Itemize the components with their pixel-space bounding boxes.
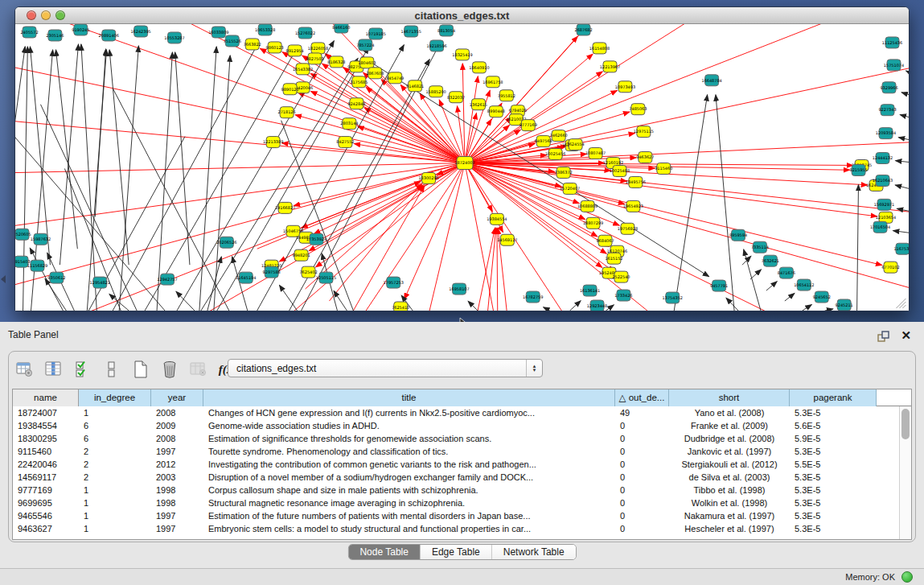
minimize-traffic-light[interactable] [41, 10, 51, 20]
tab-edge-table[interactable]: Edge Table [421, 545, 492, 559]
graph-edge[interactable] [309, 163, 465, 251]
graph-edge[interactable] [570, 301, 581, 311]
graph-edge[interactable] [316, 163, 465, 267]
column-header-in_degree[interactable]: in_degree [79, 389, 151, 406]
graph-edge[interactable] [15, 32, 465, 163]
graph-edge[interactable] [716, 95, 734, 311]
graph-edge[interactable] [295, 115, 465, 163]
graph-edge[interactable] [895, 161, 909, 163]
graph-edge[interactable] [742, 256, 751, 265]
graph-edge[interactable] [750, 270, 762, 279]
window-titlebar[interactable]: citations_edges.txt [15, 7, 909, 24]
column-header-title[interactable]: title [203, 389, 615, 406]
table-row[interactable]: 1456911722003Disruption of a novel membe… [13, 471, 899, 484]
close-traffic-light[interactable] [27, 10, 36, 20]
graph-edge[interactable] [544, 307, 550, 311]
graph-node-label: 9215955 [850, 167, 868, 172]
graph-edge[interactable] [15, 163, 465, 177]
graph-edge[interactable] [465, 113, 476, 163]
table-row[interactable]: 1938455462009Genome-wide association stu… [13, 419, 899, 432]
table-row[interactable]: 1830029562008Estimation of significance … [13, 432, 899, 445]
new-column-icon[interactable] [131, 360, 150, 379]
graph-edge[interactable] [109, 50, 129, 265]
table-mode-icon[interactable] [102, 360, 121, 379]
table-row[interactable]: 1872400712008Changes of HCN gene express… [13, 406, 899, 419]
graph-edge[interactable] [214, 56, 230, 311]
column-header-pagerank[interactable]: pagerank [790, 389, 877, 406]
graph-edge[interactable] [898, 138, 909, 140]
graph-edge[interactable] [825, 309, 833, 311]
graph-edge[interactable] [674, 95, 707, 311]
graph-edge[interactable] [55, 50, 77, 249]
graph-edge[interactable] [279, 285, 297, 311]
network-canvas[interactable]: 1872400718300295193845549860123891295418… [15, 24, 909, 311]
graph-edge[interactable] [119, 46, 138, 311]
graph-edge[interactable] [465, 163, 909, 306]
table-row[interactable]: 969969511998Structural magnetic resonanc… [13, 496, 899, 509]
table-row[interactable]: 911546021997Tourette syndrome. Phenomeno… [13, 445, 899, 458]
table-row[interactable]: 977716911998Corpus callosum shape and si… [13, 484, 899, 496]
panel-collapse-arrow-icon[interactable] [1, 275, 6, 283]
table-row[interactable]: 946362711997Embryonic stem cells: a mode… [13, 522, 899, 535]
float-panel-icon[interactable] [877, 330, 890, 343]
graph-edge[interactable] [465, 137, 909, 163]
graph-edge[interactable] [857, 184, 859, 311]
graph-edge[interactable] [15, 47, 25, 216]
delete-column-icon[interactable] [160, 360, 179, 379]
table-row[interactable]: 946554611997Estimation of the future num… [13, 509, 899, 522]
network-view-window[interactable]: citations_edges.txt 18724007183002951938… [14, 6, 910, 311]
graph-edge[interactable] [465, 163, 642, 311]
table-scrollbar-thumb[interactable] [901, 409, 910, 439]
graph-node-label: 7663822 [244, 42, 261, 47]
column-header-year[interactable]: year [151, 389, 203, 406]
column-visibility-icon[interactable] [44, 360, 64, 379]
graph-edge[interactable] [175, 52, 190, 265]
graph-node-label: 11125436 [882, 40, 902, 45]
zoom-traffic-light[interactable] [55, 10, 65, 20]
close-panel-icon[interactable]: ✕ [901, 328, 911, 343]
graph-edge[interactable] [893, 231, 909, 233]
graph-edge[interactable] [294, 163, 465, 206]
table-cell: Franke et al. (2009) [669, 419, 790, 432]
graph-node-label: 10025456 [545, 151, 565, 156]
column-header-name[interactable]: name [13, 389, 79, 406]
graph-node-label: 16958107 [449, 286, 469, 291]
network-graph[interactable]: 1872400718300295193845549860123891295418… [15, 24, 909, 311]
table-cell: Jankovic et al. (1997) [669, 445, 790, 458]
table-cell: 5.3E-5 [790, 406, 877, 419]
table-options-icon[interactable] [15, 360, 35, 379]
tab-network-table[interactable]: Network Table [492, 545, 576, 559]
graph-edge[interactable] [726, 298, 738, 311]
graph-edge[interactable] [766, 282, 777, 290]
graph-edge[interactable] [465, 24, 811, 163]
table-selector-dropdown[interactable]: citations_edges.txt ▲▼ [228, 359, 543, 377]
row-selection-icon[interactable] [73, 360, 92, 379]
graph-node-label: 19756928 [618, 226, 638, 231]
graph-edge[interactable] [900, 114, 909, 117]
graph-node-label: 9860123 [266, 45, 284, 50]
graph-node-label: 7625402 [299, 270, 317, 274]
graph-node-label: 9777169 [519, 122, 537, 127]
graph-node-label: 19654923 [623, 204, 643, 208]
graph-edge[interactable] [298, 93, 465, 163]
graph-edge[interactable] [334, 290, 347, 311]
tab-node-table[interactable]: Node Table [348, 545, 421, 559]
graph-edge[interactable] [803, 304, 812, 311]
table-scrollbar[interactable] [899, 406, 911, 539]
graph-edge[interactable] [468, 301, 478, 311]
window-resize-grip[interactable] [896, 299, 906, 308]
graph-edge[interactable] [23, 47, 28, 311]
graph-edge[interactable] [785, 293, 795, 301]
table-row[interactable]: 2242004622012Investigating the contribut… [13, 458, 899, 471]
graph-edge[interactable] [901, 93, 909, 95]
graph-edge[interactable] [465, 163, 602, 268]
graph-edge[interactable] [95, 49, 105, 216]
graph-edge[interactable] [895, 185, 909, 188]
table-cell: 5.3E-5 [790, 471, 877, 484]
graph-edge[interactable] [157, 52, 172, 311]
graph-edge[interactable] [906, 71, 909, 72]
column-header-out_de[interactable]: △ out_de... [615, 389, 669, 406]
graph-edge[interactable] [15, 105, 465, 163]
graph-edge[interactable] [30, 47, 50, 265]
column-header-short[interactable]: short [669, 389, 790, 406]
